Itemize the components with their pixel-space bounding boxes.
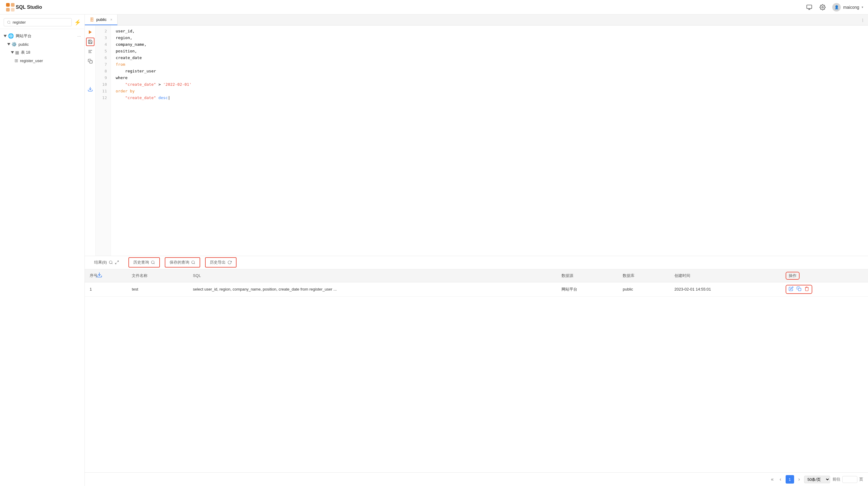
col-header-id: 序号 xyxy=(85,269,127,282)
sidebar-item-db[interactable]: 🌐 网站平台 ··· xyxy=(0,31,85,40)
copy-row-button[interactable] xyxy=(797,286,801,293)
code-line-9: where xyxy=(116,74,863,81)
expand-icon xyxy=(4,35,7,37)
save-query-button[interactable] xyxy=(86,37,94,46)
col-header-created: 创建时间 xyxy=(670,269,781,282)
schema-label: public xyxy=(19,42,29,47)
svg-line-17 xyxy=(112,263,113,264)
settings-icon[interactable] xyxy=(819,4,826,11)
svg-rect-1 xyxy=(11,3,14,7)
tab-results[interactable]: 结果(8) xyxy=(90,257,124,267)
svg-rect-14 xyxy=(90,61,92,63)
sidebar-item-table-register[interactable]: ⊞ register_user xyxy=(0,57,85,64)
ops-cell-highlight xyxy=(786,285,812,294)
prev-prev-button[interactable]: « xyxy=(769,476,775,483)
saved-query-label: 保存的查询 xyxy=(169,260,189,265)
chevron-down-icon: ▾ xyxy=(862,5,863,9)
app-logo xyxy=(5,2,16,13)
history-query-label: 历史查询 xyxy=(133,260,149,265)
results-tab-label: 结果(8) xyxy=(94,260,107,265)
next-button[interactable]: › xyxy=(797,476,802,483)
code-line-4: company_name, xyxy=(116,41,863,48)
run-button[interactable] xyxy=(86,28,94,36)
code-line-8: register_user xyxy=(116,68,863,74)
delete-button[interactable] xyxy=(804,286,809,293)
cell-ops xyxy=(781,282,868,296)
svg-point-16 xyxy=(109,261,112,264)
app-title: SQL Studio xyxy=(16,4,806,10)
tab-close-button[interactable]: × xyxy=(110,18,112,22)
db-label: 网站平台 xyxy=(16,33,31,39)
svg-rect-25 xyxy=(798,288,801,291)
svg-line-23 xyxy=(194,263,195,264)
sidebar-item-table-group[interactable]: ▦ 表 18 xyxy=(0,48,85,57)
page-goto: 前往 页 xyxy=(833,476,863,483)
download-button[interactable] xyxy=(86,85,94,93)
cell-datasource: 网站平台 xyxy=(557,282,618,296)
svg-point-22 xyxy=(192,261,194,264)
refresh-icon[interactable]: ⚡ xyxy=(74,19,81,26)
svg-line-9 xyxy=(10,23,10,24)
tab-end-marker: | xyxy=(862,18,863,22)
page-size-selector: 50条/页 20条/页 100条/页 xyxy=(804,476,830,483)
code-editor[interactable]: 2 3 4 5 6 7 8 9 10 11 12 user_id, region… xyxy=(96,26,868,256)
svg-rect-2 xyxy=(6,8,10,11)
monitor-icon[interactable] xyxy=(806,4,813,11)
table-label: register_user xyxy=(20,59,43,63)
data-table-wrapper: 序号 文件名称 SQL 数据源 数据库 创建时间 操作 xyxy=(85,269,868,473)
prev-button[interactable]: ‹ xyxy=(778,476,783,483)
svg-point-8 xyxy=(7,21,10,23)
user-menu[interactable]: 👤 maicong ▾ xyxy=(832,3,863,11)
cell-database: public xyxy=(618,282,670,296)
code-content[interactable]: user_id, region, company_name, position,… xyxy=(111,26,868,256)
svg-rect-4 xyxy=(807,5,812,8)
goto-input[interactable] xyxy=(842,476,858,483)
svg-point-7 xyxy=(822,6,824,8)
cell-id: 1 xyxy=(85,282,127,296)
table-row: 1 test select user_id, region, company_n… xyxy=(85,282,868,296)
svg-line-21 xyxy=(154,263,155,264)
avatar: 👤 xyxy=(832,3,841,11)
sidebar-item-schema[interactable]: ⚙️ public xyxy=(0,40,85,48)
pagination: « ‹ 1 › 50条/页 20条/页 100条/页 前往 页 xyxy=(85,473,868,486)
svg-line-18 xyxy=(117,261,118,262)
history-search-icon xyxy=(151,260,155,265)
results-area: 结果(8) 历史查询 保存的查询 xyxy=(85,256,868,486)
saved-search-icon xyxy=(191,260,195,265)
cell-filename: test xyxy=(127,282,188,296)
schema-icon: ⚙️ xyxy=(11,42,17,47)
sidebar-search-area: ⚡ xyxy=(0,14,85,29)
current-page: 1 xyxy=(786,475,794,484)
results-tabs: 结果(8) 历史查询 保存的查询 xyxy=(85,256,868,269)
ops-header-highlight: 操作 xyxy=(786,272,800,280)
page-size-select[interactable]: 50条/页 20条/页 100条/页 xyxy=(804,476,830,483)
download-left-icon[interactable] xyxy=(96,272,102,279)
tab-db-icon: 🗄 xyxy=(90,17,94,22)
copy-button[interactable] xyxy=(86,57,94,65)
code-line-3: region, xyxy=(116,34,863,41)
expand-icon xyxy=(7,43,10,45)
table-group-label: 表 18 xyxy=(21,50,30,55)
svg-rect-3 xyxy=(11,8,14,11)
goto-label: 前往 xyxy=(833,477,840,482)
content-area: 🗄 public × | xyxy=(85,14,868,486)
edit-button[interactable] xyxy=(789,286,794,293)
format-button[interactable] xyxy=(86,47,94,56)
table-group-icon: ▦ xyxy=(15,50,19,55)
sidebar-tree: 🌐 网站平台 ··· ⚙️ public ▦ 表 18 ⊞ register_u… xyxy=(0,29,85,67)
tab-history-export[interactable]: 历史导出 xyxy=(205,257,237,268)
main-layout: ⚡ 🌐 网站平台 ··· ⚙️ public ▦ 表 18 xyxy=(0,14,868,486)
search-box xyxy=(4,18,72,26)
svg-marker-10 xyxy=(89,30,91,34)
username: maicong xyxy=(843,5,859,10)
tab-label: public xyxy=(96,17,106,22)
tab-saved-query[interactable]: 保存的查询 xyxy=(165,257,200,268)
tab-history-query[interactable]: 历史查询 xyxy=(128,257,160,268)
tab-public[interactable]: 🗄 public × xyxy=(85,14,118,25)
sidebar: ⚡ 🌐 网站平台 ··· ⚙️ public ▦ 表 18 xyxy=(0,14,85,486)
search-input[interactable] xyxy=(13,20,68,25)
more-icon[interactable]: ··· xyxy=(77,34,81,38)
cell-created: 2023-02-01 14:55:01 xyxy=(670,282,781,296)
col-header-datasource: 数据源 xyxy=(557,269,618,282)
expand-icon xyxy=(115,260,119,265)
